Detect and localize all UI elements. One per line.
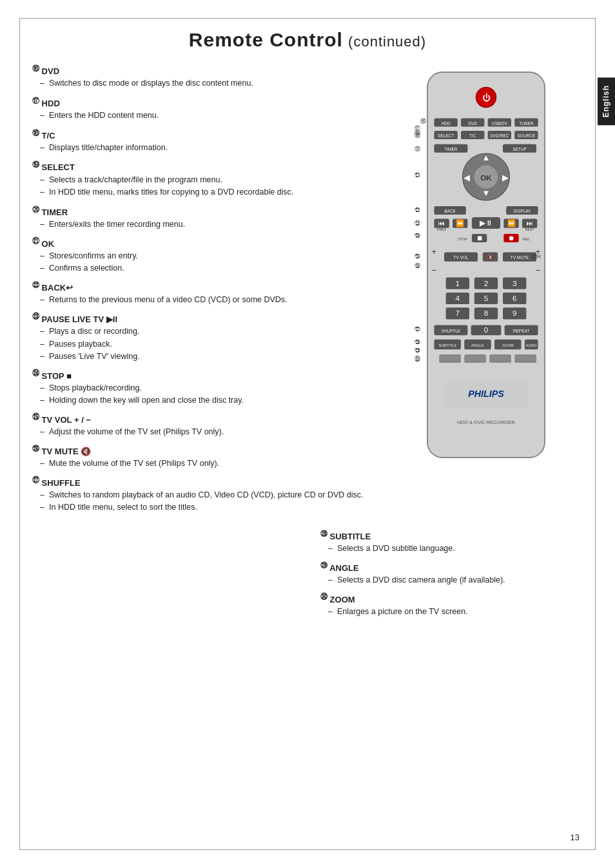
section-17: ⑰ HDDEnters the HDD content menu. [32, 96, 376, 122]
section-30: ㉚ ZOOMEnlarges a picture on the TV scree… [320, 593, 583, 618]
svg-text:OK: OK [480, 173, 492, 182]
section-list-20: Enters/exits the timer recording menu. [32, 219, 376, 231]
list-item: Pauses playback. [40, 339, 376, 351]
section-list-28: Selects a DVD subtitle language. [320, 543, 583, 555]
list-item: Enters the HDD content menu. [40, 110, 376, 122]
svg-text:◀: ◀ [464, 173, 470, 182]
svg-text:㉗: ㉗ [415, 326, 420, 333]
list-item: Holding down the key will open and close… [40, 395, 376, 407]
list-item: Pauses 'Live TV' viewing. [40, 351, 376, 363]
svg-text:⏹: ⏹ [476, 235, 483, 242]
section-list-16: Switches to disc mode or displays the di… [32, 78, 376, 90]
list-item: In HDD title menu, select to sort the ti… [40, 502, 376, 514]
svg-text:DVD/REC: DVD/REC [490, 133, 509, 138]
svg-text:HDD: HDD [442, 121, 451, 126]
svg-text:AUDIO: AUDIO [526, 343, 536, 347]
section-header-27: ㉗ SHUFFLE [32, 476, 376, 488]
section-header-19: ⑲ SELECT [32, 160, 376, 172]
list-item: Confirms a selection. [40, 263, 376, 275]
section-header-25: ㉕ TV VOL + / − [32, 413, 376, 425]
svg-text:PHILIPS: PHILIPS [468, 389, 504, 399]
section-21: ㉑ OKStores/confirms an entry.Confirms a … [32, 237, 376, 275]
section-num-19: ⑲ [32, 160, 39, 168]
svg-text:SOURCE: SOURCE [517, 133, 535, 138]
page-title: Remote Control (continued) [0, 0, 615, 64]
list-item: Mute the volume of the TV set (Philips T… [40, 458, 376, 470]
svg-text:8: 8 [484, 309, 489, 317]
list-item: Plays a disc or recording. [40, 326, 376, 338]
svg-rect-110 [464, 354, 486, 363]
svg-text:DVD: DVD [468, 121, 477, 126]
svg-text:HDD & DVD RECORDER: HDD & DVD RECORDER [457, 420, 515, 425]
section-num-16: ⑯ [32, 64, 39, 72]
svg-text:㉘: ㉘ [415, 340, 420, 346]
svg-text:4: 4 [456, 294, 460, 302]
svg-text:SELECT: SELECT [438, 133, 454, 138]
list-item: In HDD title menu, marks titles for copy… [40, 187, 376, 198]
list-item: Stores/confirms an entry. [40, 251, 376, 262]
remote-control-image: ⏻ HDD DVD USB/DV TUNER ⑯ ⑰ SELECT T/C DV… [402, 64, 570, 483]
section-num-17: ⑰ [32, 97, 39, 104]
section-28: ㉘ SUBTITLESelects a DVD subtitle languag… [320, 530, 583, 555]
svg-text:USB/DV: USB/DV [492, 121, 508, 126]
svg-text:㉙: ㉙ [415, 348, 420, 354]
section-list-18: Displays title/chapter information. [32, 142, 376, 154]
section-header-24: ㉔ STOP ■ [32, 369, 376, 381]
svg-text:T/C: T/C [469, 133, 476, 138]
section-18: ⑱ T/CDisplays title/chapter information. [32, 128, 376, 154]
list-item: Enters/exits the timer recording menu. [40, 219, 376, 231]
left-column: ⑯ DVDSwitches to disc mode or displays t… [32, 64, 376, 520]
section-num-30: ㉚ [320, 593, 327, 601]
list-item: Switches to random playback of an audio … [40, 490, 376, 501]
section-list-26: Mute the volume of the TV set (Philips T… [32, 458, 376, 470]
list-item: Selects a DVD disc camera angle (if avai… [328, 575, 583, 586]
section-header-16: ⑯ DVD [32, 64, 376, 76]
section-list-30: Enlarges a picture on the TV screen. [320, 606, 583, 618]
svg-text:TV MUTE: TV MUTE [511, 255, 529, 260]
svg-text:6: 6 [512, 294, 517, 302]
section-header-26: ㉖ TV MUTE 🔇 [32, 445, 376, 456]
page-number: 13 [571, 833, 580, 842]
title-main: Remote Control [189, 29, 343, 50]
svg-text:TIMER: TIMER [444, 147, 458, 151]
section-header-28: ㉘ SUBTITLE [320, 530, 583, 541]
svg-text:DISPLAY: DISPLAY [513, 209, 531, 213]
svg-text:⏮: ⏮ [438, 220, 445, 227]
svg-text:NEXT: NEXT [525, 227, 535, 231]
section-num-20: ⑳ [32, 206, 39, 213]
svg-text:⑳: ⑳ [415, 146, 420, 152]
svg-text:ANGLE: ANGLE [471, 343, 484, 347]
section-num-26: ㉖ [32, 445, 39, 452]
svg-text:SHUFFLE: SHUFFLE [442, 329, 461, 333]
list-item: Returns to the previous menu of a video … [40, 294, 376, 306]
list-item: Enlarges a picture on the TV screen. [328, 606, 583, 618]
svg-rect-111 [489, 354, 511, 363]
svg-text:㉒: ㉒ [415, 207, 420, 213]
list-item: Displays title/chapter information. [40, 142, 376, 154]
section-list-19: Selects a track/chapter/file in the prog… [32, 175, 376, 198]
section-num-28: ㉘ [320, 530, 327, 537]
section-list-27: Switches to random playback of an audio … [32, 490, 376, 514]
svg-text:−: − [432, 265, 437, 275]
svg-text:⏩: ⏩ [507, 219, 516, 227]
section-list-22: Returns to the previous menu of a video … [32, 294, 376, 306]
section-header-21: ㉑ OK [32, 237, 376, 249]
section-num-23: ㉓ [32, 313, 39, 320]
section-list-23: Plays a disc or recording.Pauses playbac… [32, 326, 376, 363]
section-25: ㉕ TV VOL + / −Adjust the volume of the T… [32, 413, 376, 438]
svg-text:⑲: ⑲ [415, 130, 420, 137]
list-item: Stops playback/recording. [40, 383, 376, 394]
section-header-18: ⑱ T/C [32, 128, 376, 140]
svg-text:▲: ▲ [482, 153, 491, 162]
section-num-29: ㉙ [320, 561, 327, 569]
svg-text:▶: ▶ [502, 173, 509, 182]
english-tab: English [598, 77, 615, 125]
section-list-29: Selects a DVD disc camera angle (if avai… [320, 575, 583, 586]
section-list-21: Stores/confirms an entry.Confirms a sele… [32, 251, 376, 275]
svg-text:0: 0 [484, 325, 489, 334]
section-num-18: ⑱ [32, 129, 39, 137]
section-num-27: ㉗ [32, 476, 39, 484]
svg-text:BACK: BACK [444, 209, 456, 213]
svg-text:㉚: ㉚ [415, 356, 420, 363]
svg-text:㉖: ㉖ [415, 263, 420, 269]
